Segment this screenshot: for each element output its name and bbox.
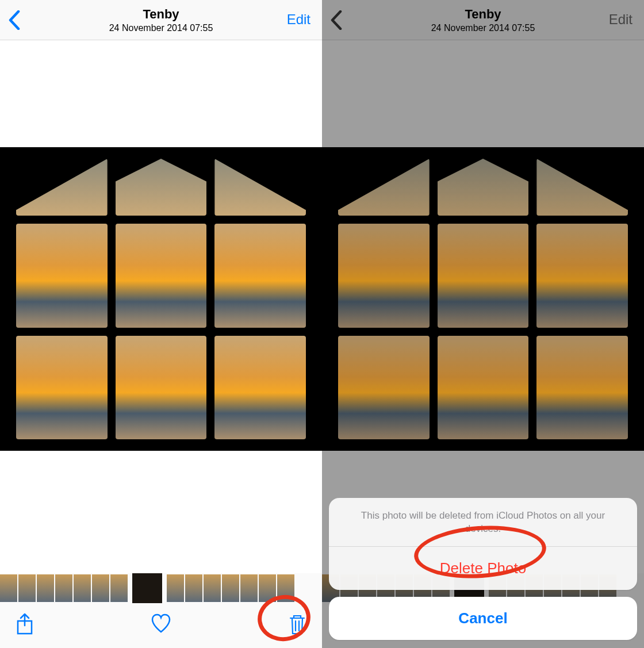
delete-photo-button[interactable]: Delete Photo bbox=[329, 547, 637, 590]
spacer bbox=[0, 40, 322, 147]
cancel-button[interactable]: Cancel bbox=[329, 597, 637, 640]
heart-icon bbox=[151, 613, 171, 636]
spacer bbox=[322, 40, 644, 147]
back-button bbox=[330, 10, 344, 32]
screen-delete-confirm: Tenby 24 November 2014 07:55 Edit bbox=[322, 0, 644, 648]
edit-button: Edit bbox=[609, 11, 632, 28]
nav-title: Tenby bbox=[431, 7, 535, 22]
nav-title: Tenby bbox=[109, 7, 213, 22]
thumbnail-strip[interactable] bbox=[0, 573, 322, 603]
action-sheet-message: This photo will be deleted from iCloud P… bbox=[329, 498, 637, 547]
photo-viewer[interactable] bbox=[0, 147, 322, 451]
back-button[interactable] bbox=[8, 10, 22, 32]
favorite-button[interactable] bbox=[151, 613, 171, 638]
nav-bar: Tenby 24 November 2014 07:55 Edit bbox=[0, 0, 322, 40]
photo-viewer bbox=[322, 147, 644, 451]
nav-bar: Tenby 24 November 2014 07:55 Edit bbox=[322, 0, 644, 40]
screen-photo-detail: Tenby 24 November 2014 07:55 Edit bbox=[0, 0, 322, 648]
action-sheet: This photo will be deleted from iCloud P… bbox=[329, 498, 637, 640]
thumbnail-current[interactable] bbox=[132, 573, 162, 603]
spacer bbox=[0, 451, 322, 573]
share-button[interactable] bbox=[15, 613, 34, 638]
nav-subtitle: 24 November 2014 07:55 bbox=[431, 23, 535, 33]
share-icon bbox=[15, 613, 34, 636]
chevron-left-icon bbox=[8, 10, 22, 30]
toolbar bbox=[0, 603, 322, 648]
edit-button[interactable]: Edit bbox=[287, 11, 310, 28]
nav-subtitle: 24 November 2014 07:55 bbox=[109, 23, 213, 33]
chevron-left-icon bbox=[330, 10, 344, 30]
trash-icon bbox=[288, 613, 307, 636]
delete-button[interactable] bbox=[288, 613, 307, 638]
